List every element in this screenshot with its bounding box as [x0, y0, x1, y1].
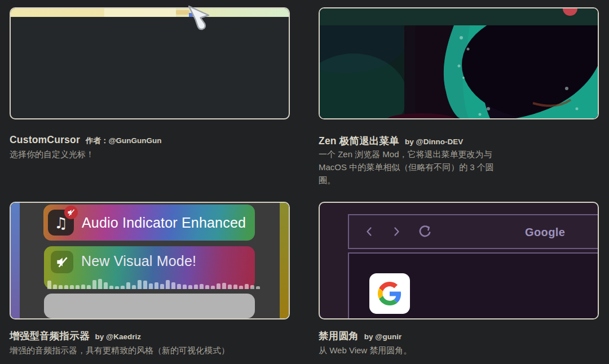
equalizer-bar	[233, 285, 237, 289]
mod-description: 选择你的自定义光标！	[10, 148, 94, 161]
equalizer-bar	[81, 285, 85, 289]
mod-card-disable-rounded-corners-preview[interactable]: Google	[319, 202, 599, 319]
forward-icon[interactable]	[390, 225, 403, 238]
equalizer-bar	[183, 285, 187, 289]
mod-byline: 作者：@GunGunGun	[86, 136, 162, 146]
equalizer-bar	[245, 284, 249, 289]
music-note-icon: ♫	[54, 215, 68, 230]
equalizer-bar	[64, 285, 68, 289]
mod-card-audio-indicator-preview[interactable]: ♫ Audio Indicator Enhanced	[10, 202, 290, 319]
url-label[interactable]: Google	[525, 226, 565, 239]
equalizer-bar	[171, 282, 175, 289]
zen-exit-preview-body	[320, 8, 598, 118]
banner1-label: Audio Indicator Enhanced	[82, 215, 246, 231]
equalizer-bar	[250, 285, 254, 289]
equalizer-bar	[132, 285, 136, 289]
equalizer-bar	[160, 284, 164, 289]
mod-byline: by @Dinno-DEV	[405, 137, 463, 146]
customcursor-preview-body	[11, 8, 289, 118]
left-gradient-strip	[11, 203, 20, 318]
equalizer-bar	[217, 283, 220, 289]
audio-equalizer-bars	[47, 277, 251, 289]
mod-title[interactable]: 增强型音频指示器	[10, 329, 90, 343]
equalizer-bar	[115, 286, 119, 289]
equalizer-bar	[205, 285, 209, 289]
speaker-muted-icon	[51, 251, 73, 273]
equalizer-bar	[92, 280, 96, 289]
equalizer-bar	[138, 280, 142, 289]
equalizer-bar	[98, 279, 102, 289]
google-logo-tile[interactable]	[369, 273, 410, 314]
equalizer-bar	[109, 286, 113, 289]
mod-card-zen-exit-menu-preview[interactable]	[319, 7, 599, 119]
equalizer-bar	[222, 283, 226, 289]
mod-title[interactable]: 禁用圆角	[319, 329, 359, 343]
equalizer-bar	[155, 282, 158, 289]
mod-title[interactable]: Zen 极简退出菜单	[319, 134, 399, 148]
music-app-icon: ♫	[48, 210, 74, 236]
equalizer-bar	[121, 286, 125, 289]
audio-indicator-preview-body: ♫ Audio Indicator Enhanced	[11, 203, 289, 318]
teal-artwork-image	[320, 25, 598, 118]
audio-indicator-banner: ♫ Audio Indicator Enhanced	[43, 205, 255, 241]
mute-badge-icon	[64, 206, 78, 219]
mods-gallery: CustomCursor 作者：@GunGunGun 选择你的自定义光标！	[0, 0, 609, 364]
equalizer-bar	[256, 286, 260, 289]
equalizer-bar	[200, 284, 204, 289]
new-visual-mode-banner: New Visual Mode!	[44, 246, 255, 289]
mod-byline: by @gunir	[364, 332, 401, 341]
equalizer-bar	[177, 284, 181, 289]
right-gradient-strip	[280, 203, 289, 318]
equalizer-bar	[228, 285, 232, 289]
equalizer-bar	[70, 285, 74, 289]
active-tab-highlight	[104, 8, 176, 17]
reload-icon[interactable]	[417, 223, 434, 240]
equalizer-bar	[188, 285, 192, 289]
equalizer-bar	[47, 281, 51, 289]
equalizer-bar	[87, 285, 91, 289]
equalizer-bar	[211, 286, 215, 289]
mod-byline: by @Kaedriz	[95, 332, 141, 341]
equalizer-bar	[166, 280, 170, 289]
banner2-label: New Visual Mode!	[81, 253, 196, 269]
web-view-panel	[348, 252, 598, 318]
mod-description: 一个 Zen 浏览器 Mod，它将退出菜单更改为与 MacOS 中的菜单相似（但…	[319, 148, 495, 187]
equalizer-bar	[239, 286, 243, 289]
equalizer-bar	[194, 285, 198, 289]
browser-preview-body: Google	[320, 203, 598, 318]
mod-description: 从 Web View 禁用圆角。	[319, 344, 412, 357]
equalizer-bar	[143, 281, 147, 289]
google-logo	[378, 282, 401, 305]
cursor-icon	[183, 3, 214, 34]
equalizer-bar	[149, 283, 153, 289]
browser-toolbar: Google	[348, 214, 598, 249]
equalizer-bar	[104, 282, 108, 289]
blank-gray-tab	[44, 294, 255, 318]
equalizer-bar	[53, 285, 57, 289]
mod-card-customcursor-preview[interactable]	[10, 7, 290, 119]
back-icon[interactable]	[363, 225, 376, 238]
mod-description: 增强的音频指示器，具有更精致的风格（新的可视化模式）	[10, 344, 230, 357]
teal-header-band	[320, 8, 598, 25]
equalizer-bar	[126, 282, 130, 289]
equalizer-bar	[76, 285, 80, 289]
mod-title[interactable]: CustomCursor	[10, 134, 80, 146]
equalizer-bar	[59, 285, 63, 289]
